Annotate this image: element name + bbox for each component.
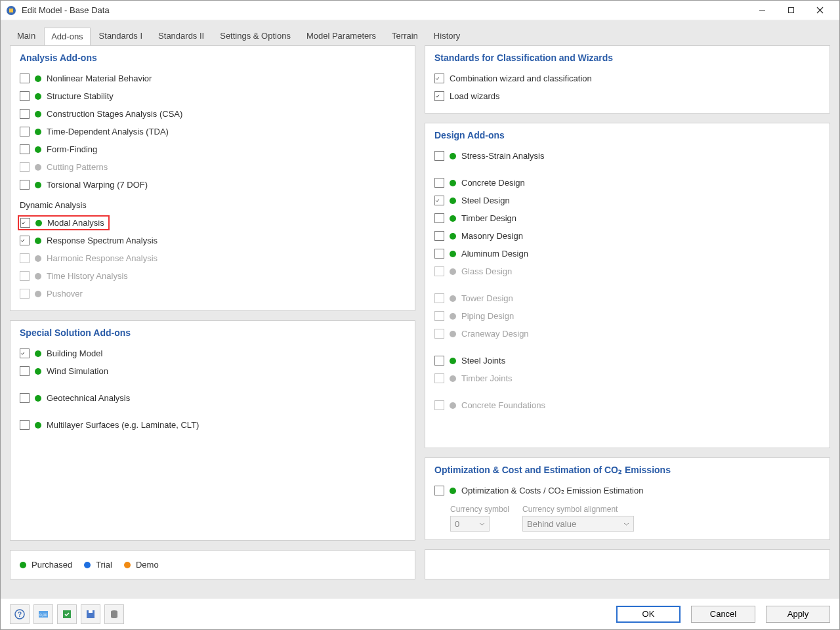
checkbox[interactable] [434, 151, 444, 161]
tab-settings-options[interactable]: Settings & Options [213, 27, 298, 45]
checkbox[interactable] [434, 486, 444, 495]
checkbox[interactable] [434, 74, 444, 83]
option-label: Timber Design [461, 213, 516, 223]
option-torsional-warping-7-dof-[interactable]: Torsional Warping (7 DOF) [20, 176, 406, 194]
option-time-history-analysis: Time History Analysis [20, 267, 406, 285]
checkbox[interactable] [434, 356, 444, 366]
checkbox [434, 266, 444, 276]
tab-history[interactable]: History [427, 27, 467, 45]
checkbox[interactable] [20, 393, 30, 403]
option-label: Time History Analysis [47, 271, 128, 281]
tab-standards-ii[interactable]: Standards II [151, 27, 211, 45]
checkbox[interactable] [20, 127, 30, 136]
status-dot-icon [450, 251, 456, 257]
status-dot-icon [35, 111, 41, 117]
option-concrete-foundations: Concrete Foundations [434, 396, 820, 414]
units-button[interactable]: 0,00 [33, 604, 53, 624]
db-button[interactable] [104, 604, 124, 624]
option-label: Modal Analysis [47, 218, 104, 228]
option-label: Glass Design [461, 266, 512, 276]
maximize-button[interactable] [776, 1, 805, 20]
option-aluminum-design[interactable]: Aluminum Design [434, 245, 820, 262]
option-geotechnical-analysis[interactable]: Geotechnical Analysis [20, 389, 406, 407]
cancel-button[interactable]: Cancel [691, 606, 755, 623]
checkbox[interactable] [20, 180, 30, 190]
option-label: Stress-Strain Analysis [461, 151, 544, 161]
option-structure-stability[interactable]: Structure Stability [20, 87, 406, 105]
chevron-down-icon [479, 521, 485, 527]
checkbox[interactable] [20, 218, 30, 228]
script-button[interactable] [57, 604, 77, 624]
option-label: Multilayer Surfaces (e.g. Laminate, CLT) [47, 420, 199, 430]
option-label: Steel Joints [461, 356, 505, 366]
tab-model-parameters[interactable]: Model Parameters [299, 27, 383, 45]
option-label: Steel Design [461, 196, 510, 205]
checkbox [434, 329, 444, 339]
option-response-spectrum-analysis[interactable]: Response Spectrum Analysis [20, 232, 406, 249]
option-label: Torsional Warping (7 DOF) [47, 180, 148, 190]
empty-panel [425, 549, 830, 579]
status-dot-icon [450, 295, 456, 302]
option-modal-analysis[interactable]: Modal Analysis [20, 214, 406, 232]
currency-symbol-select[interactable]: 0 [450, 516, 490, 532]
status-dot-icon [35, 146, 41, 153]
option-steel-joints[interactable]: Steel Joints [434, 352, 820, 369]
status-dot-icon [450, 198, 456, 204]
option-timber-design[interactable]: Timber Design [434, 209, 820, 227]
checkbox[interactable] [434, 231, 444, 241]
option-time-dependent-analysis-tda-[interactable]: Time-Dependent Analysis (TDA) [20, 123, 406, 140]
tab-add-ons[interactable]: Add-ons [44, 28, 90, 45]
checkbox[interactable] [20, 236, 30, 245]
tab-main[interactable]: Main [10, 27, 43, 45]
option-concrete-design[interactable]: Concrete Design [434, 174, 820, 192]
checkbox[interactable] [434, 178, 444, 188]
currency-alignment-select[interactable]: Behind value [522, 516, 634, 532]
apply-button[interactable]: Apply [766, 606, 830, 623]
option-optimization-costs-co-emission-estimation[interactable]: Optimization & Costs / CO₂ Emission Esti… [434, 482, 820, 499]
checkbox[interactable] [434, 91, 444, 101]
option-label: Masonry Design [461, 231, 523, 241]
tab-terrain[interactable]: Terrain [385, 27, 425, 45]
checkbox [20, 253, 30, 263]
option-label: Load wizards [450, 91, 500, 101]
checkbox[interactable] [434, 196, 444, 205]
option-masonry-design[interactable]: Masonry Design [434, 227, 820, 245]
close-button[interactable] [805, 1, 834, 20]
option-label: Pushover [47, 289, 83, 299]
save-button[interactable] [81, 604, 100, 624]
option-label: Form-Finding [47, 144, 97, 154]
option-stress-strain-analysis[interactable]: Stress-Strain Analysis [434, 147, 820, 165]
tab-standards-i[interactable]: Standards I [92, 27, 150, 45]
panel-title: Special Solution Add-ons [20, 327, 406, 338]
ok-button[interactable]: OK [616, 606, 681, 623]
option-construction-stages-analysis-csa-[interactable]: Construction Stages Analysis (CSA) [20, 105, 406, 123]
status-dot-icon [450, 402, 456, 409]
checkbox[interactable] [20, 420, 30, 430]
help-button[interactable]: ? [10, 604, 30, 624]
option-building-model[interactable]: Building Model [20, 345, 406, 362]
checkbox [20, 162, 30, 172]
legend-demo: Demo [124, 560, 159, 570]
panel-title: Design Add-ons [434, 130, 820, 140]
checkbox[interactable] [20, 74, 30, 83]
minimize-button[interactable] [747, 1, 776, 20]
option-steel-design[interactable]: Steel Design [434, 192, 820, 209]
panel-title: Standards for Classification and Wizards [434, 52, 820, 63]
checkbox[interactable] [20, 366, 30, 376]
option-load-wizards[interactable]: Load wizards [434, 87, 820, 105]
option-multilayer-surfaces-e-g-laminate-clt-[interactable]: Multilayer Surfaces (e.g. Laminate, CLT) [20, 416, 406, 434]
status-dot-icon [35, 350, 41, 357]
checkbox[interactable] [20, 144, 30, 154]
option-form-finding[interactable]: Form-Finding [20, 140, 406, 158]
dot-icon [124, 562, 131, 568]
checkbox[interactable] [434, 213, 444, 223]
checkbox[interactable] [20, 91, 30, 101]
option-combination-wizard-and-classification[interactable]: Combination wizard and classification [434, 70, 820, 87]
titlebar: Edit Model - Base Data [1, 1, 839, 20]
checkbox[interactable] [20, 109, 30, 119]
status-dot-icon [450, 313, 456, 320]
checkbox[interactable] [434, 249, 444, 259]
checkbox[interactable] [20, 348, 30, 358]
option-nonlinear-material-behavior[interactable]: Nonlinear Material Behavior [20, 70, 406, 87]
option-wind-simulation[interactable]: Wind Simulation [20, 362, 406, 380]
